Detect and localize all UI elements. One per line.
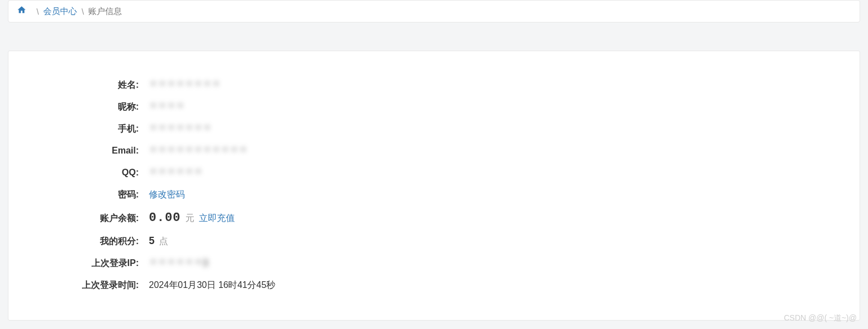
label-balance: 账户余额: [31,213,149,224]
label-points: 我的积分: [31,236,149,247]
home-icon[interactable] [17,5,26,17]
value-name: ＊＊＊＊＊＊＊＊ [149,79,221,91]
points-unit: 点 [159,236,168,247]
value-balance: 0.00 [149,211,181,225]
value-nick: ＊＊＊＊ [149,101,185,113]
watermark: CSDN @@( ~道~)@ [784,313,857,323]
label-qq: QQ: [31,168,149,178]
label-nick: 昵称: [31,101,149,113]
row-qq: QQ: ＊＊＊＊＊＊ [31,167,837,179]
breadcrumb-member-center[interactable]: 会员中心 [43,6,77,17]
row-last-time: 上次登录时间: 2024年01月30日 16时41分45秒 [31,280,837,291]
value-email: ＊＊＊＊＊＊＊＊＊＊＊ [149,145,248,157]
label-name: 姓名: [31,79,149,91]
value-points: 5 [149,235,154,247]
row-last-ip: 上次登录IP: ＊＊＊＊＊＊3 [31,258,837,269]
label-last-ip: 上次登录IP: [31,258,149,269]
row-password: 密码: 修改密码 [31,189,837,201]
row-email: Email: ＊＊＊＊＊＊＊＊＊＊＊ [31,145,837,157]
row-phone: 手机: ＊＊＊＊＊＊＊ [31,123,837,135]
account-info-panel: 姓名: ＊＊＊＊＊＊＊＊ 昵称: ＊＊＊＊ 手机: ＊＊＊＊＊＊＊ Email:… [8,51,860,321]
value-last-time: 2024年01月30日 16时41分45秒 [149,280,275,291]
recharge-link[interactable]: 立即充值 [199,213,235,224]
breadcrumb-separator: \ [37,7,39,16]
row-balance: 账户余额: 0.00元 立即充值 [31,211,837,225]
label-email: Email: [31,146,149,156]
row-nick: 昵称: ＊＊＊＊ [31,101,837,113]
label-phone: 手机: [31,123,149,135]
breadcrumb-account-info: 账户信息 [88,6,122,17]
label-password: 密码: [31,189,149,201]
breadcrumb-separator: \ [81,7,84,16]
label-last-time: 上次登录时间: [31,280,149,291]
row-points: 我的积分: 5点 [31,235,837,247]
value-last-ip: ＊＊＊＊＊＊3 [149,258,208,269]
row-name: 姓名: ＊＊＊＊＊＊＊＊ [31,79,837,91]
value-phone: ＊＊＊＊＊＊＊ [149,123,212,135]
change-password-link[interactable]: 修改密码 [149,189,185,201]
breadcrumb: \ 会员中心 \ 账户信息 [8,0,860,22]
value-qq: ＊＊＊＊＊＊ [149,167,203,179]
balance-unit: 元 [185,213,194,224]
